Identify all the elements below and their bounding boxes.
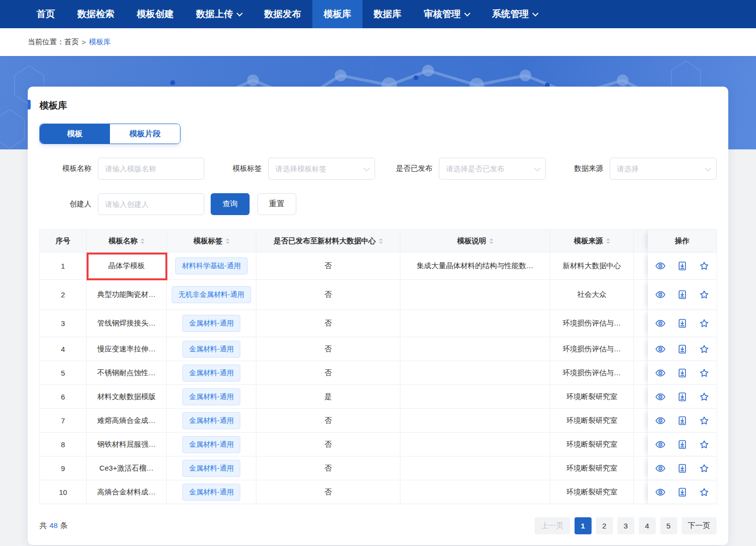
sort-icon[interactable] — [226, 238, 230, 244]
template-tag-cell: 金属材料-通用 — [167, 409, 256, 433]
nav-item-template-create[interactable]: 模板创建 — [126, 0, 185, 28]
download-button[interactable] — [677, 318, 687, 328]
template-tag-select[interactable] — [268, 158, 375, 180]
view-button[interactable] — [655, 416, 666, 426]
view-button[interactable] — [655, 318, 666, 328]
favorite-button[interactable] — [699, 416, 709, 426]
nav-item-template-library[interactable]: 模板库 — [312, 0, 362, 28]
row-index-cell: 5 — [40, 361, 87, 385]
nav-item-home[interactable]: 首页 — [25, 0, 66, 28]
published-select[interactable] — [439, 158, 546, 180]
page-button-3[interactable]: 3 — [617, 517, 634, 534]
favorite-button[interactable] — [699, 487, 709, 497]
eye-icon — [655, 463, 666, 473]
star-icon — [699, 344, 709, 354]
actions-cell — [648, 433, 717, 456]
sort-icon[interactable] — [379, 238, 383, 244]
spacer-cell — [634, 280, 648, 310]
row-index-cell: 1 — [40, 253, 87, 280]
table-row: 2 典型功能陶瓷材… 无机非金属材料-通用 否 社会大众 — [40, 280, 717, 310]
template-name-input[interactable] — [98, 158, 204, 180]
creator-input[interactable] — [98, 193, 204, 215]
source-cell: 环境断裂研究室 — [550, 385, 634, 409]
page-button-4[interactable]: 4 — [639, 517, 656, 534]
page-button-2[interactable]: 2 — [596, 517, 613, 534]
nav-item-data-search[interactable]: 数据检索 — [66, 0, 126, 28]
download-button[interactable] — [677, 463, 687, 473]
favorite-button[interactable] — [699, 344, 709, 354]
view-button[interactable] — [655, 439, 666, 450]
template-library-panel: 模板库 模板 模板片段 模板名称 模板标签 是否已发布 数据来源 — [28, 87, 728, 545]
view-button[interactable] — [655, 368, 666, 378]
view-button[interactable] — [655, 290, 666, 300]
search-button[interactable]: 查询 — [211, 193, 250, 215]
total-suffix: 条 — [60, 521, 68, 529]
top-navigation: 首页 数据检索 模板创建 数据上传 数据发布 模板库 数据库 审核管理 系统管理 — [0, 0, 756, 28]
header-label: 是否已发布至新材料大数据中心 — [274, 237, 376, 246]
description-cell — [400, 433, 550, 456]
view-button[interactable] — [655, 487, 666, 497]
download-button[interactable] — [677, 290, 687, 300]
download-button[interactable] — [677, 439, 687, 450]
view-button[interactable] — [655, 344, 666, 354]
reset-button[interactable]: 重置 — [257, 193, 296, 215]
nav-item-system-management[interactable]: 系统管理 — [481, 0, 549, 28]
tab-template-fragment[interactable]: 模板片段 — [110, 124, 180, 144]
nav-item-database[interactable]: 数据库 — [362, 0, 413, 28]
favorite-button[interactable] — [699, 439, 709, 450]
sort-icon[interactable] — [606, 238, 610, 244]
download-button[interactable] — [677, 368, 687, 378]
download-icon — [677, 439, 687, 450]
favorite-button[interactable] — [699, 261, 709, 271]
download-icon — [677, 261, 687, 271]
nav-item-data-upload[interactable]: 数据上传 — [185, 0, 253, 28]
view-button[interactable] — [655, 392, 666, 402]
sort-icon[interactable] — [489, 238, 493, 244]
published-cell: 否 — [256, 480, 400, 504]
download-button[interactable] — [677, 416, 687, 426]
download-button[interactable] — [677, 261, 687, 271]
favorite-button[interactable] — [699, 392, 709, 402]
page-title: 模板库 — [39, 99, 67, 112]
tab-template[interactable]: 模板 — [40, 124, 110, 144]
breadcrumb-current[interactable]: 模板库 — [89, 37, 111, 47]
source-cell: 环境断裂研究室 — [550, 409, 634, 433]
download-button[interactable] — [677, 344, 687, 354]
spacer-cell — [634, 253, 648, 280]
published-label: 是否已发布 — [375, 164, 439, 173]
nav-item-data-publish[interactable]: 数据发布 — [253, 0, 312, 28]
page-button-1[interactable]: 1 — [575, 517, 592, 534]
total-count-text: 共48条 — [39, 521, 68, 531]
table-row: 3 管线钢焊接接头… 金属材料-通用 否 环境损伤评估与… — [40, 310, 717, 337]
nav-item-review-management[interactable]: 审核管理 — [413, 0, 481, 28]
favorite-button[interactable] — [699, 290, 709, 300]
header-template-tag: 模板标签 — [167, 230, 256, 253]
template-tag-badge: 金属材料-通用 — [182, 364, 241, 382]
download-button[interactable] — [677, 487, 687, 497]
favorite-button[interactable] — [699, 318, 709, 328]
breadcrumb-home-link[interactable]: 首页 — [64, 37, 79, 47]
view-button[interactable] — [655, 261, 666, 271]
template-tag-cell: 金属材料-通用 — [167, 480, 256, 504]
template-name-cell: 不锈钢耐点蚀性… — [87, 361, 167, 385]
eye-icon — [655, 344, 666, 354]
prev-page-button[interactable]: 上一页 — [535, 517, 570, 534]
data-source-select[interactable] — [610, 158, 717, 180]
star-icon — [699, 463, 709, 473]
chevron-down-icon — [236, 10, 243, 17]
page-button-5[interactable]: 5 — [660, 517, 677, 534]
favorite-button[interactable] — [699, 463, 709, 473]
source-cell: 环境断裂研究室 — [550, 480, 634, 504]
view-button[interactable] — [655, 463, 666, 473]
favorite-button[interactable] — [699, 368, 709, 378]
row-index-cell: 3 — [40, 310, 87, 337]
spacer-cell — [634, 361, 648, 385]
download-button[interactable] — [677, 392, 687, 402]
row-index-cell: 4 — [40, 337, 87, 361]
published-cell: 否 — [256, 456, 400, 480]
star-icon — [699, 439, 709, 450]
next-page-button[interactable]: 下一页 — [682, 517, 717, 534]
eye-icon — [655, 368, 666, 378]
sort-icon[interactable] — [141, 238, 144, 244]
spacer-cell — [634, 456, 648, 480]
